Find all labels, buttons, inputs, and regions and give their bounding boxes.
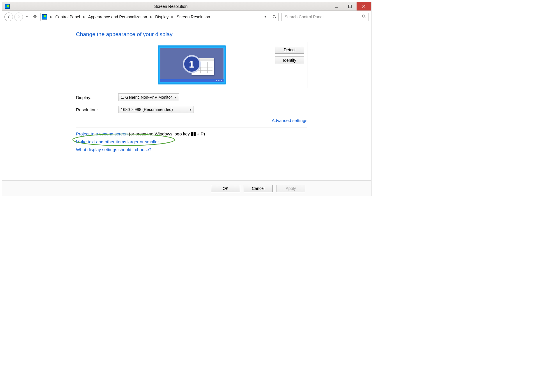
back-button[interactable]: [4, 13, 13, 21]
breadcrumb-display[interactable]: Display: [154, 15, 170, 19]
search-box[interactable]: [281, 13, 369, 21]
window-controls: [330, 2, 371, 10]
resolution-select[interactable]: 1680 × 988 (Recommended) ▾: [118, 106, 194, 113]
windows-logo-icon: [191, 132, 196, 136]
maximize-button[interactable]: [343, 2, 357, 10]
app-icon: [5, 4, 10, 9]
svg-line-5: [364, 17, 366, 18]
divider: [76, 128, 307, 128]
screen-resolution-window: Screen Resolution ▾ ▶ Control P: [2, 2, 371, 196]
resolution-select-value: 1680 × 988 (Recommended): [121, 107, 187, 112]
project-second-screen-line: Project to a second screen (or press the…: [76, 131, 365, 136]
display-select[interactable]: 1. Generic Non-PnP Monitor ▾: [118, 93, 179, 101]
ok-button[interactable]: OK: [211, 185, 240, 192]
detect-button[interactable]: Detect: [275, 46, 304, 54]
button-bar: OK Cancel Apply: [2, 180, 371, 196]
content-area: Change the appearance of your display 1 …: [2, 23, 371, 180]
up-button[interactable]: [32, 14, 38, 20]
chevron-right-icon[interactable]: ▶: [49, 15, 54, 18]
search-input[interactable]: [284, 14, 362, 20]
control-panel-icon: [42, 14, 47, 20]
apply-button[interactable]: Apply: [276, 185, 305, 192]
identify-button[interactable]: Identify: [275, 56, 304, 64]
resolution-label: Resolution:: [76, 107, 118, 112]
address-history-dropdown[interactable]: ▾: [263, 15, 268, 18]
window-title: Screen Resolution: [12, 4, 330, 9]
chevron-right-icon[interactable]: ▶: [149, 15, 153, 18]
project-suffix-a: (or press the Windows logo key: [128, 131, 191, 136]
nav-row: ▾ ▶ Control Panel ▶ Appearance and Perso…: [2, 11, 371, 23]
page-title: Change the appearance of your display: [76, 31, 365, 38]
search-icon: [362, 14, 366, 20]
titlebar: Screen Resolution: [2, 2, 371, 11]
display-label: Display:: [76, 95, 118, 100]
display-select-value: 1. Generic Non-PnP Monitor: [121, 95, 172, 100]
monitor-number-badge: 1: [183, 55, 201, 73]
refresh-button[interactable]: [270, 13, 279, 21]
chevron-right-icon[interactable]: ▶: [82, 15, 86, 18]
display-help-link[interactable]: What display settings should I choose?: [76, 147, 151, 152]
close-button[interactable]: [357, 2, 371, 10]
address-bar[interactable]: ▶ Control Panel ▶ Appearance and Persona…: [40, 13, 269, 21]
breadcrumb-appearance[interactable]: Appearance and Personalization: [87, 15, 148, 19]
chevron-right-icon[interactable]: ▶: [170, 15, 175, 18]
breadcrumb-screen-resolution[interactable]: Screen Resolution: [176, 15, 211, 19]
chevron-down-icon: ▾: [175, 96, 176, 99]
make-text-larger-link[interactable]: Make text and other items larger or smal…: [76, 139, 159, 144]
advanced-settings-link[interactable]: Advanced settings: [272, 118, 307, 123]
minimize-button[interactable]: [330, 2, 343, 10]
svg-point-4: [362, 15, 365, 17]
recent-locations-dropdown[interactable]: ▾: [24, 15, 29, 18]
svg-rect-1: [348, 5, 351, 8]
monitor-thumbnail[interactable]: 1: [158, 45, 226, 84]
cancel-button[interactable]: Cancel: [244, 185, 273, 192]
display-preview-area[interactable]: 1 Detect Identify: [76, 42, 307, 88]
breadcrumb-control-panel[interactable]: Control Panel: [54, 15, 81, 19]
chevron-down-icon: ▾: [190, 108, 191, 111]
project-second-screen-link[interactable]: Project to a second screen: [76, 131, 128, 136]
project-suffix-b: + P): [196, 131, 205, 136]
forward-button[interactable]: [14, 13, 23, 21]
